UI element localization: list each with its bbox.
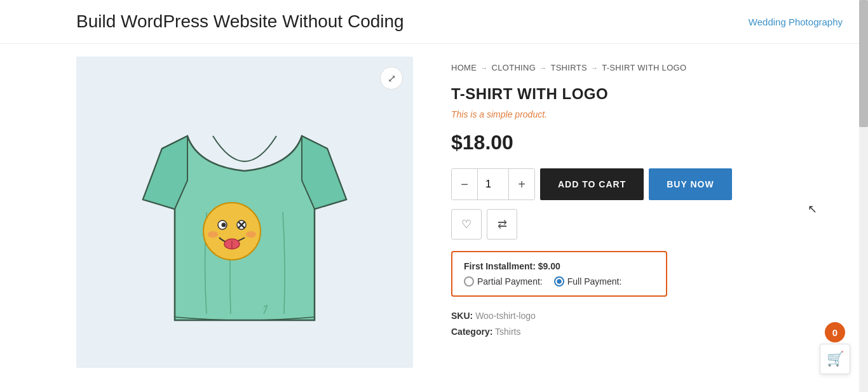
- add-to-cart-button[interactable]: ADD TO CART: [540, 168, 644, 200]
- quantity-increase-button[interactable]: +: [509, 168, 534, 200]
- installment-box: First Installment: $9.00 Partial Payment…: [451, 251, 667, 297]
- product-subtitle: This is a simple product.: [451, 109, 843, 119]
- cart-button[interactable]: 🛒: [820, 344, 850, 374]
- breadcrumb-current: T-SHIRT WITH LOGO: [602, 63, 686, 72]
- svg-point-0: [203, 203, 261, 260]
- partial-payment-label: Partial Payment:: [477, 276, 543, 287]
- svg-point-2: [222, 223, 226, 227]
- product-image-container: ⤢: [76, 57, 413, 368]
- partial-payment-option[interactable]: Partial Payment:: [464, 276, 543, 287]
- compare-button[interactable]: ⇄: [487, 209, 517, 240]
- heart-icon: ♡: [461, 217, 471, 231]
- product-image: [124, 85, 365, 339]
- expand-icon: ⤢: [388, 72, 396, 84]
- compare-icon: ⇄: [498, 217, 507, 231]
- scrollbar-thumb[interactable]: [859, 0, 868, 127]
- breadcrumb-arrow-2: →: [539, 64, 546, 72]
- breadcrumb-tshirts[interactable]: TSHIRTS: [550, 63, 587, 72]
- sku-value: Woo-tshirt-logo: [475, 311, 536, 321]
- breadcrumb-clothing[interactable]: CLOTHING: [492, 63, 536, 72]
- wedding-photography-link[interactable]: Wedding Photography: [749, 17, 843, 27]
- breadcrumb-arrow-3: →: [591, 64, 598, 72]
- category-value: Tshirts: [495, 327, 520, 337]
- main-content: ⤢: [0, 44, 868, 381]
- installment-title: First Installment: $9.00: [464, 261, 654, 271]
- sku-row: SKU: Woo-tshirt-logo: [451, 308, 843, 324]
- quantity-decrease-button[interactable]: −: [452, 168, 477, 200]
- installment-label: First Installment:: [464, 261, 536, 271]
- wishlist-button[interactable]: ♡: [451, 209, 482, 240]
- purchase-row: − + ADD TO CART BUY NOW: [451, 168, 843, 200]
- svg-point-8: [208, 231, 218, 238]
- cart-badge: 0: [825, 322, 845, 342]
- sku-label: SKU:: [451, 311, 473, 321]
- quantity-input[interactable]: [477, 168, 509, 200]
- installment-amount: $9.00: [538, 261, 560, 271]
- payment-options: Partial Payment: Full Payment:: [464, 276, 654, 287]
- buy-now-button[interactable]: BUY NOW: [649, 168, 731, 200]
- cart-icon: 🛒: [827, 351, 844, 367]
- full-payment-option[interactable]: Full Payment:: [554, 276, 622, 287]
- product-meta: SKU: Woo-tshirt-logo Category: Tshirts: [451, 308, 843, 340]
- svg-point-9: [246, 231, 256, 238]
- breadcrumb-home[interactable]: HOME: [451, 63, 477, 72]
- site-title: Build WordPress Website Without Coding: [76, 11, 404, 32]
- category-label: Category:: [451, 327, 492, 337]
- breadcrumb: HOME → CLOTHING → TSHIRTS → T-SHIRT WITH…: [451, 63, 843, 72]
- full-payment-radio[interactable]: [554, 276, 564, 287]
- category-row: Category: Tshirts: [451, 324, 843, 340]
- expand-image-button[interactable]: ⤢: [380, 67, 403, 90]
- product-price: $18.00: [451, 131, 843, 154]
- icon-row: ♡ ⇄: [451, 209, 843, 240]
- quantity-control: − +: [451, 168, 535, 200]
- full-payment-label: Full Payment:: [567, 276, 622, 287]
- product-details: HOME → CLOTHING → TSHIRTS → T-SHIRT WITH…: [451, 57, 843, 368]
- product-title: T-SHIRT WITH LOGO: [451, 85, 843, 103]
- scrollbar[interactable]: [859, 0, 868, 392]
- cart-widget: 0 🛒: [820, 322, 850, 374]
- breadcrumb-arrow-1: →: [480, 64, 487, 72]
- site-header: Build WordPress Website Without Coding W…: [0, 0, 868, 44]
- partial-payment-radio[interactable]: [464, 276, 474, 287]
